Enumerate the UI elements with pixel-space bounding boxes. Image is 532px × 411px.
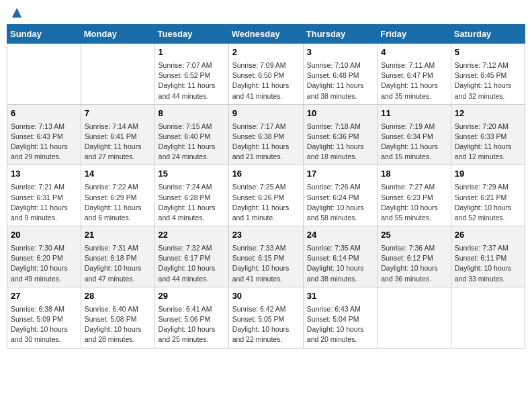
calendar-cell: 20Sunrise: 7:30 AM Sunset: 6:20 PM Dayli… xyxy=(7,226,81,287)
day-number: 18 xyxy=(381,168,447,181)
day-number: 21 xyxy=(85,229,151,242)
day-number: 9 xyxy=(232,107,300,120)
col-header-thursday: Thursday xyxy=(303,25,377,44)
day-number: 19 xyxy=(455,168,521,181)
calendar-cell: 28Sunrise: 6:40 AM Sunset: 5:08 PM Dayli… xyxy=(81,287,154,348)
day-number: 1 xyxy=(159,46,225,59)
day-number: 8 xyxy=(159,107,225,120)
day-number: 16 xyxy=(232,168,300,181)
calendar-cell: 12Sunrise: 7:20 AM Sunset: 6:33 PM Dayli… xyxy=(451,104,525,165)
calendar-cell: 13Sunrise: 7:21 AM Sunset: 6:31 PM Dayli… xyxy=(7,165,81,226)
day-info: Sunrise: 7:32 AM Sunset: 6:17 PM Dayligh… xyxy=(159,243,225,284)
calendar-cell: 23Sunrise: 7:33 AM Sunset: 6:15 PM Dayli… xyxy=(228,226,303,287)
calendar-cell: 9Sunrise: 7:17 AM Sunset: 6:38 PM Daylig… xyxy=(228,104,303,165)
col-header-wednesday: Wednesday xyxy=(228,25,303,44)
calendar-cell: 7Sunrise: 7:14 AM Sunset: 6:41 PM Daylig… xyxy=(81,104,154,165)
day-info: Sunrise: 7:21 AM Sunset: 6:31 PM Dayligh… xyxy=(11,182,77,223)
day-info: Sunrise: 6:41 AM Sunset: 5:06 PM Dayligh… xyxy=(159,304,225,345)
day-number: 28 xyxy=(85,290,151,303)
day-number: 17 xyxy=(307,168,373,181)
day-info: Sunrise: 7:33 AM Sunset: 6:15 PM Dayligh… xyxy=(232,243,300,284)
day-number: 22 xyxy=(159,229,225,242)
day-info: Sunrise: 6:43 AM Sunset: 5:04 PM Dayligh… xyxy=(307,304,373,345)
day-info: Sunrise: 7:15 AM Sunset: 6:40 PM Dayligh… xyxy=(159,122,225,163)
calendar-cell: 6Sunrise: 7:13 AM Sunset: 6:43 PM Daylig… xyxy=(7,104,81,165)
day-number: 10 xyxy=(307,107,373,120)
day-number: 25 xyxy=(381,229,447,242)
day-number: 24 xyxy=(307,229,373,242)
day-number: 5 xyxy=(455,46,521,59)
col-header-sunday: Sunday xyxy=(7,25,81,44)
day-info: Sunrise: 7:18 AM Sunset: 6:36 PM Dayligh… xyxy=(307,122,373,163)
calendar-cell xyxy=(7,44,81,105)
day-info: Sunrise: 7:12 AM Sunset: 6:45 PM Dayligh… xyxy=(455,60,521,101)
day-info: Sunrise: 7:20 AM Sunset: 6:33 PM Dayligh… xyxy=(455,122,521,163)
day-number: 31 xyxy=(307,290,373,303)
calendar-table: SundayMondayTuesdayWednesdayThursdayFrid… xyxy=(7,24,525,349)
day-info: Sunrise: 6:40 AM Sunset: 5:08 PM Dayligh… xyxy=(85,304,151,345)
col-header-saturday: Saturday xyxy=(451,25,525,44)
day-info: Sunrise: 7:10 AM Sunset: 6:48 PM Dayligh… xyxy=(307,60,373,101)
calendar-cell: 25Sunrise: 7:36 AM Sunset: 6:12 PM Dayli… xyxy=(378,226,451,287)
day-number: 13 xyxy=(11,168,77,181)
day-number: 2 xyxy=(232,46,300,59)
calendar-cell: 5Sunrise: 7:12 AM Sunset: 6:45 PM Daylig… xyxy=(451,44,525,105)
calendar-cell: 8Sunrise: 7:15 AM Sunset: 6:40 PM Daylig… xyxy=(154,104,228,165)
calendar-cell: 24Sunrise: 7:35 AM Sunset: 6:14 PM Dayli… xyxy=(303,226,377,287)
calendar-cell xyxy=(81,44,154,105)
day-info: Sunrise: 7:25 AM Sunset: 6:26 PM Dayligh… xyxy=(232,182,300,223)
day-number: 6 xyxy=(11,107,77,120)
page-header xyxy=(7,7,525,19)
day-number: 14 xyxy=(85,168,151,181)
day-info: Sunrise: 7:30 AM Sunset: 6:20 PM Dayligh… xyxy=(11,243,77,284)
day-info: Sunrise: 7:36 AM Sunset: 6:12 PM Dayligh… xyxy=(381,243,447,284)
calendar-cell: 18Sunrise: 7:27 AM Sunset: 6:23 PM Dayli… xyxy=(378,165,451,226)
day-number: 11 xyxy=(381,107,447,120)
day-info: Sunrise: 7:14 AM Sunset: 6:41 PM Dayligh… xyxy=(85,122,151,163)
calendar-cell: 29Sunrise: 6:41 AM Sunset: 5:06 PM Dayli… xyxy=(154,287,228,348)
day-info: Sunrise: 7:07 AM Sunset: 6:52 PM Dayligh… xyxy=(159,60,225,101)
day-info: Sunrise: 7:09 AM Sunset: 6:50 PM Dayligh… xyxy=(232,60,300,101)
calendar-cell: 10Sunrise: 7:18 AM Sunset: 6:36 PM Dayli… xyxy=(303,104,377,165)
logo xyxy=(9,7,26,19)
day-info: Sunrise: 6:42 AM Sunset: 5:05 PM Dayligh… xyxy=(232,304,300,345)
calendar-cell: 3Sunrise: 7:10 AM Sunset: 6:48 PM Daylig… xyxy=(303,44,377,105)
calendar-cell xyxy=(451,287,525,348)
day-number: 26 xyxy=(455,229,521,242)
day-info: Sunrise: 7:11 AM Sunset: 6:47 PM Dayligh… xyxy=(381,60,447,101)
day-info: Sunrise: 7:19 AM Sunset: 6:34 PM Dayligh… xyxy=(381,122,447,163)
calendar-cell: 15Sunrise: 7:24 AM Sunset: 6:28 PM Dayli… xyxy=(154,165,228,226)
day-info: Sunrise: 7:27 AM Sunset: 6:23 PM Dayligh… xyxy=(381,182,447,223)
calendar-header-row: SundayMondayTuesdayWednesdayThursdayFrid… xyxy=(7,25,525,44)
calendar-cell: 27Sunrise: 6:38 AM Sunset: 5:09 PM Dayli… xyxy=(7,287,81,348)
calendar-cell: 19Sunrise: 7:29 AM Sunset: 6:21 PM Dayli… xyxy=(451,165,525,226)
day-number: 3 xyxy=(307,46,373,59)
calendar-cell: 31Sunrise: 6:43 AM Sunset: 5:04 PM Dayli… xyxy=(303,287,377,348)
day-number: 20 xyxy=(11,229,77,242)
day-info: Sunrise: 7:31 AM Sunset: 6:18 PM Dayligh… xyxy=(85,243,151,284)
calendar-cell: 2Sunrise: 7:09 AM Sunset: 6:50 PM Daylig… xyxy=(228,44,303,105)
day-number: 12 xyxy=(455,107,521,120)
col-header-friday: Friday xyxy=(378,25,451,44)
day-number: 30 xyxy=(232,290,300,303)
calendar-cell: 16Sunrise: 7:25 AM Sunset: 6:26 PM Dayli… xyxy=(228,165,303,226)
calendar-week-row: 6Sunrise: 7:13 AM Sunset: 6:43 PM Daylig… xyxy=(7,104,525,165)
calendar-week-row: 13Sunrise: 7:21 AM Sunset: 6:31 PM Dayli… xyxy=(7,165,525,226)
day-info: Sunrise: 7:35 AM Sunset: 6:14 PM Dayligh… xyxy=(307,243,373,284)
day-number: 7 xyxy=(85,107,151,120)
day-info: Sunrise: 7:37 AM Sunset: 6:11 PM Dayligh… xyxy=(455,243,521,284)
day-info: Sunrise: 7:13 AM Sunset: 6:43 PM Dayligh… xyxy=(11,122,77,163)
calendar-cell: 1Sunrise: 7:07 AM Sunset: 6:52 PM Daylig… xyxy=(154,44,228,105)
calendar-cell: 14Sunrise: 7:22 AM Sunset: 6:29 PM Dayli… xyxy=(81,165,154,226)
calendar-cell: 11Sunrise: 7:19 AM Sunset: 6:34 PM Dayli… xyxy=(378,104,451,165)
calendar-cell: 4Sunrise: 7:11 AM Sunset: 6:47 PM Daylig… xyxy=(378,44,451,105)
calendar-cell: 22Sunrise: 7:32 AM Sunset: 6:17 PM Dayli… xyxy=(154,226,228,287)
logo-icon xyxy=(11,7,23,19)
day-info: Sunrise: 7:22 AM Sunset: 6:29 PM Dayligh… xyxy=(85,182,151,223)
day-number: 23 xyxy=(232,229,300,242)
calendar-week-row: 20Sunrise: 7:30 AM Sunset: 6:20 PM Dayli… xyxy=(7,226,525,287)
day-number: 15 xyxy=(159,168,225,181)
day-info: Sunrise: 7:29 AM Sunset: 6:21 PM Dayligh… xyxy=(455,182,521,223)
day-info: Sunrise: 7:24 AM Sunset: 6:28 PM Dayligh… xyxy=(159,182,225,223)
col-header-monday: Monday xyxy=(81,25,154,44)
